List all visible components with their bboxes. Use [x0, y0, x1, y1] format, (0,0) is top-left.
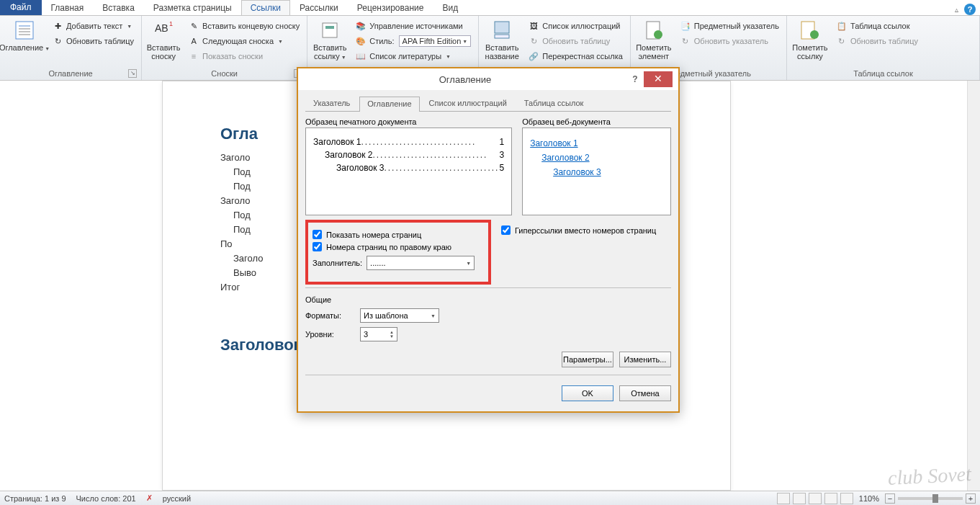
show-page-numbers-checkbox[interactable] [313, 230, 322, 239]
zoom-value[interactable]: 110% [859, 494, 879, 503]
vertical-scrollbar[interactable] [967, 81, 980, 491]
svg-point-14 [810, 30, 819, 39]
insert-index-label: Предметный указатель [694, 22, 779, 30]
print-preview-label: Образец печатного документа [305, 117, 512, 126]
ok-button[interactable]: OK [562, 385, 613, 401]
svg-text:1: 1 [169, 20, 173, 27]
right-align-checkbox[interactable] [313, 242, 322, 251]
endnote-icon: ✎ [188, 20, 199, 32]
levels-spinner[interactable]: 3▲▼ [360, 327, 397, 341]
view-print-layout[interactable] [777, 493, 790, 504]
view-draft[interactable] [840, 493, 853, 504]
show-footnotes-button[interactable]: ≡Показать сноски [185, 49, 302, 63]
dlg-tab-toa[interactable]: Таблица ссылок [516, 96, 592, 111]
manage-sources-label: Управление источниками [369, 22, 462, 30]
insert-endnote-button[interactable]: ✎Вставить концевую сноску [185, 19, 302, 33]
next-footnote-button[interactable]: AСледующая сноска▼ [185, 34, 302, 48]
close-icon[interactable]: ✕ [644, 71, 673, 87]
insert-citation-button[interactable]: Вставить ссылку▼ [310, 17, 349, 63]
crossref-label: Перекрестная ссылка [542, 52, 623, 61]
spellcheck-icon[interactable]: ✗ [146, 493, 153, 503]
web-preview-box: Заголовок 1Заголовок 2Заголовок 3 [522, 128, 671, 215]
group-toa: Пометить ссылку 📋Таблица ссылок ↻Обновит… [787, 16, 980, 80]
zoom-in-icon[interactable]: + [966, 493, 976, 504]
view-outline[interactable] [824, 493, 837, 504]
tab-mailings[interactable]: Рассылки [290, 0, 348, 15]
dialog-help-icon[interactable]: ? [626, 74, 644, 84]
leader-value: ....... [370, 259, 385, 267]
tab-home[interactable]: Главная [42, 0, 94, 15]
dialog-tabs: Указатель Оглавление Список иллюстраций … [305, 96, 671, 112]
mark-citation-button[interactable]: Пометить ссылку [790, 17, 830, 62]
minimize-ribbon-icon[interactable]: ▵ [955, 6, 958, 14]
page-number-options: Показать номера страниц Номера страниц п… [305, 220, 491, 285]
next-footnote-label: Следующая сноска [202, 37, 274, 45]
zoom-out-icon[interactable]: − [885, 493, 895, 504]
tab-review[interactable]: Рецензирование [348, 0, 433, 15]
zoom-slider[interactable] [898, 497, 963, 500]
dlg-tab-toc[interactable]: Оглавление [359, 97, 419, 112]
cancel-button[interactable]: Отмена [619, 385, 671, 401]
group-toc: Оглавление▼ ✚Добавить текст▼ ↻Обновить т… [0, 16, 142, 80]
leader-label: Заполнитель: [313, 259, 362, 267]
add-text-button[interactable]: ✚Добавить текст▼ [49, 19, 137, 33]
citation-style-combo[interactable]: 🎨Стиль:APA Fifth Edition▼ [352, 34, 474, 48]
dlg-tab-figures[interactable]: Список иллюстраций [421, 96, 515, 111]
tab-insert[interactable]: Вставка [93, 0, 144, 15]
update-figures-label: Обновить таблицу [542, 37, 610, 45]
toa-icon: 📋 [836, 20, 848, 32]
refresh-icon: ↻ [528, 35, 539, 47]
bibliography-button[interactable]: 📖Список литературы▼ [352, 49, 474, 63]
svg-text:AB: AB [155, 22, 168, 34]
table-of-figures-button[interactable]: 🖼Список иллюстраций [525, 19, 626, 33]
update-index-button[interactable]: ↻Обновить указатель [677, 34, 782, 48]
tab-references[interactable]: Ссылки [241, 0, 290, 15]
tab-pagelayout[interactable]: Разметка страницы [144, 0, 241, 15]
general-header: Общие [305, 295, 671, 304]
leader-combo[interactable]: .......▼ [367, 256, 475, 270]
dialog-titlebar[interactable]: Оглавление ? ✕ [298, 68, 678, 90]
crossref-button[interactable]: 🔗Перекрестная ссылка [525, 49, 626, 63]
next-footnote-icon: A [188, 35, 199, 47]
formats-combo[interactable]: Из шаблона▼ [360, 308, 439, 323]
right-align-label: Номера страниц по правому краю [326, 243, 451, 251]
view-web[interactable] [809, 493, 822, 504]
tab-view[interactable]: Вид [433, 0, 467, 15]
insert-footnote-button[interactable]: AB1 Вставить сноску [145, 17, 182, 62]
help-icon[interactable]: ? [964, 4, 976, 15]
print-preview-line: Заголовок 3 ............................… [336, 163, 504, 173]
tab-file[interactable]: Файл [0, 0, 42, 15]
modify-button[interactable]: Изменить... [619, 352, 671, 367]
toc-icon [13, 19, 36, 42]
bibliography-label: Список литературы [369, 52, 441, 61]
update-toa-label: Обновить таблицу [850, 37, 918, 45]
dlg-tab-index[interactable]: Указатель [305, 96, 358, 111]
status-language[interactable]: русский [163, 494, 191, 503]
options-button[interactable]: Параметры... [562, 352, 613, 367]
show-page-numbers-label: Показать номера страниц [326, 231, 421, 239]
mark-entry-label: Пометить элемент [636, 43, 671, 61]
manage-sources-button[interactable]: 📚Управление источниками [352, 19, 474, 33]
update-figures-button[interactable]: ↻Обновить таблицу [525, 34, 626, 48]
insert-caption-button[interactable]: Вставить название [482, 17, 522, 62]
statusbar: Страница: 1 из 9 Число слов: 201 ✗ русск… [0, 491, 980, 505]
update-toa-button[interactable]: ↻Обновить таблицу [833, 34, 921, 48]
insert-toa-button[interactable]: 📋Таблица ссылок [833, 19, 921, 33]
dialog-launcher-icon[interactable]: ↘ [128, 69, 137, 78]
svg-rect-0 [16, 22, 33, 39]
style-icon: 🎨 [355, 35, 367, 47]
web-preview-link[interactable]: Заголовок 3 [553, 167, 663, 177]
mark-entry-button[interactable]: Пометить элемент [634, 17, 674, 62]
web-preview-link[interactable]: Заголовок 2 [541, 153, 663, 163]
add-text-icon: ✚ [52, 20, 63, 32]
hyperlinks-checkbox[interactable] [501, 225, 511, 235]
status-page[interactable]: Страница: 1 из 9 [4, 494, 66, 503]
endnote-label: Вставить концевую сноску [202, 22, 300, 30]
toc-button[interactable]: Оглавление▼ [3, 17, 46, 55]
update-toc-button[interactable]: ↻Обновить таблицу [49, 34, 137, 48]
status-wordcount[interactable]: Число слов: 201 [76, 494, 136, 503]
insert-index-button[interactable]: 📑Предметный указатель [677, 19, 782, 33]
view-fullscreen[interactable] [793, 493, 806, 504]
refresh-icon: ↻ [52, 35, 63, 47]
web-preview-link[interactable]: Заголовок 1 [530, 138, 663, 148]
